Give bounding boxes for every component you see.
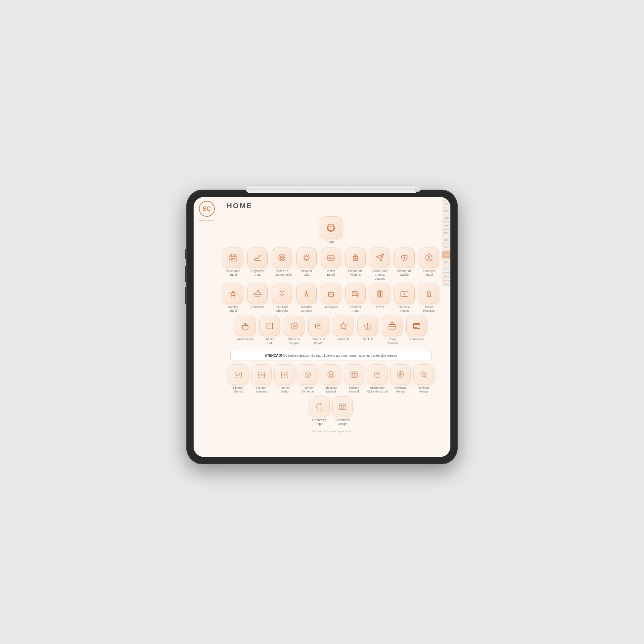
medidas-btn[interactable]: MedidasCorporal (296, 284, 317, 313)
reflexao-icon-circle (413, 364, 434, 385)
svg-rect-80 (317, 325, 318, 327)
tab-jun[interactable]: JUN (442, 237, 450, 244)
todo-icon-circle (259, 316, 280, 336)
tab-sidebar: JAN FEV MAR ABR MAI JUN JUL AGO SET OUT … (442, 197, 450, 457)
eventos-btn[interactable]: EventosAnual (345, 284, 366, 313)
svg-point-114 (422, 373, 425, 375)
plano-projeto-btn[interactable]: Plano deProjeto (284, 316, 304, 345)
svg-line-26 (304, 259, 305, 260)
objetivos-mensal-icon-circle (321, 364, 341, 385)
power-icon (326, 223, 336, 233)
tab-jul[interactable]: JUL (442, 244, 450, 251)
todo-btn[interactable]: To DoList (259, 316, 280, 345)
vision-board-btn[interactable]: VisionBoard (321, 248, 341, 281)
planner-saude-label: Planner deSaúde (397, 269, 412, 277)
svg-rect-9 (231, 259, 232, 260)
wishlist-icon-circle (333, 316, 353, 336)
tab-mai[interactable]: MAI (442, 229, 450, 236)
planner-alimentar-label: PlannerAlimentar (301, 386, 314, 394)
objetivos-mensal-label: ObjetivosMensal (325, 386, 337, 394)
tab-nov[interactable]: NOV (442, 273, 450, 280)
sidebar-left: SC DIGITAL BRASIL (194, 197, 220, 457)
lookbook-label: Lookbook (251, 305, 264, 309)
tab-jan[interactable]: JAN (442, 200, 450, 207)
anotacoes-btn[interactable]: Anotações (406, 316, 427, 345)
row2: HábitosAnual Lookbook (223, 284, 439, 313)
lookbook-btn[interactable]: Lookbook (247, 284, 268, 313)
objetivos-anual-btn[interactable]: ObjetivosAnual (247, 248, 268, 281)
wishlist-btn[interactable]: WishList (333, 316, 353, 345)
attention-bold: ATENÇÃO! (265, 354, 282, 357)
books-icon (376, 290, 384, 298)
svg-rect-41 (328, 292, 333, 296)
capa-section: Capa (320, 216, 342, 244)
status-icon-circle (308, 316, 329, 336)
vision-futuras-btn[interactable]: Vision BoardFuturas Viagens (370, 248, 390, 281)
series-icon-circle (394, 284, 415, 304)
livros-btn[interactable]: Livros (370, 284, 390, 313)
row4: MÊS PlannerMensal SEMANA (225, 364, 437, 426)
svg-rect-66 (242, 326, 248, 329)
copyright: • Cadernos & Planner Digital Brasil (310, 430, 351, 433)
capa-button[interactable]: Capa (320, 216, 342, 244)
habitos-icon-circle (223, 284, 243, 304)
planner-semanal-icon-circle: SEMANA (251, 364, 272, 385)
project-icon (290, 322, 299, 330)
health-icon (400, 253, 409, 262)
money-icon (425, 253, 433, 262)
lookbook-icon-circle (247, 284, 268, 304)
chef-icon (425, 290, 433, 298)
planner-viagens-icon-circle (345, 248, 366, 268)
ai-planner-btn[interactable]: AI Planner (321, 284, 341, 313)
google-icon (338, 402, 347, 411)
svg-text:SEMANA: SEMANA (258, 375, 266, 377)
objetivos-mensal-btn: ObjetivosMensal (321, 364, 341, 394)
habitos-anual-btn[interactable]: HábitosAnual (223, 284, 243, 313)
lembretes-google-label: LembretesGoogle (336, 418, 350, 426)
roda-icon-circle (296, 248, 317, 268)
objetivos-icon-circle (247, 248, 268, 268)
tab-mar[interactable]: MAR (442, 215, 450, 222)
menu-receitas-btn[interactable]: MenuReceitas (419, 284, 439, 313)
page-title: HOME (227, 202, 253, 210)
series-icon (400, 290, 409, 298)
tab-abr[interactable]: ABR (442, 222, 450, 229)
device-wrapper: SC DIGITAL BRASIL HOME (186, 173, 458, 471)
tab-dez[interactable]: DEZ (442, 280, 450, 287)
giftlist-btn[interactable]: Gift List (357, 316, 378, 345)
row1: CalendárioAnual ObjetivosAnual (223, 248, 439, 281)
header: HOME (220, 197, 442, 213)
financas-anual-btn[interactable]: FinançasAnual (419, 248, 439, 281)
habitos-label: HábitosAnual (228, 305, 238, 313)
svg-rect-8 (234, 258, 235, 259)
planner-diario-icon-circle: DIA (274, 364, 295, 385)
tab-fev[interactable]: FEV (442, 207, 450, 214)
tab-set[interactable]: SET (442, 258, 450, 265)
habitos-mensal-btn: HábitosMensal (344, 364, 364, 394)
svg-point-119 (342, 407, 344, 409)
metas-btn[interactable]: Metas deTransformação (272, 248, 292, 281)
roda-vida-btn[interactable]: Roda daVida (296, 248, 317, 281)
apple-icon (315, 402, 324, 411)
shop-icon-circle (382, 316, 402, 336)
reflexao-label: ReflexãoMensal (418, 386, 430, 394)
tab-ago[interactable]: AGO (442, 251, 450, 258)
lembretes-apple-btn: LembretesApple (309, 396, 330, 426)
planner-viagens-btn[interactable]: Planner deViagens (345, 248, 366, 281)
logo-text: SC (203, 206, 211, 212)
skincare-btn[interactable]: Skin CareChecklist (272, 284, 292, 313)
shop-label: ShopRastreio (387, 338, 398, 345)
status-projeto-btn[interactable]: Status doProjeto (308, 316, 329, 345)
svg-line-24 (304, 255, 305, 256)
menu-receitas-label: MenuReceitas (423, 305, 435, 313)
shop-btn[interactable]: ShopRastreio (382, 316, 402, 345)
vision-futuras-label: Vision BoardFuturas Viagens (370, 269, 390, 281)
calendario-anual-btn[interactable]: CalendárioAnual (223, 248, 243, 281)
aniversarios-btn[interactable]: Aniversários (235, 316, 255, 345)
svg-rect-63 (427, 294, 431, 297)
series-btn[interactable]: Séries eFilmes (394, 284, 415, 313)
tab-out[interactable]: OUT (442, 266, 450, 273)
svg-point-112 (421, 372, 426, 377)
svg-rect-81 (318, 325, 320, 326)
planner-saude-btn[interactable]: Planner deSaúde (394, 248, 415, 281)
